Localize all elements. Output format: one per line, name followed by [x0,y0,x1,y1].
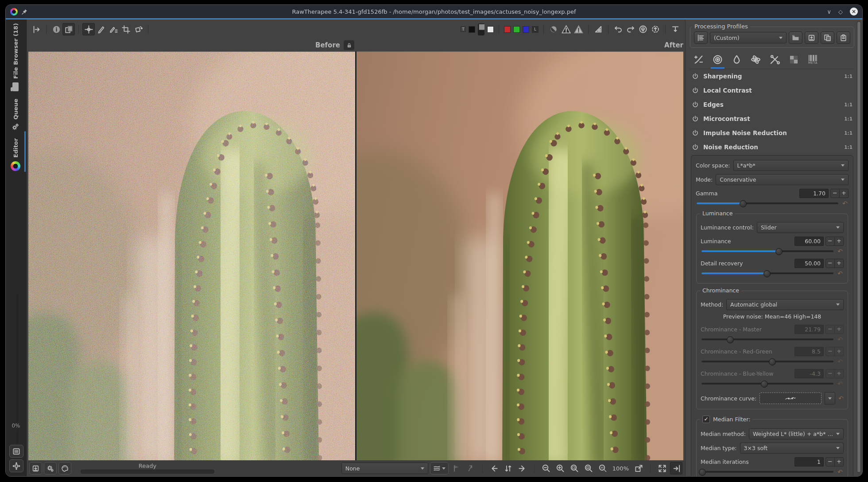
tool-header-local-contrast[interactable]: Local Contrast [690,83,854,97]
power-icon[interactable] [692,144,699,151]
tool-header-impulse-noise-reduction[interactable]: Impulse Noise Reduction 1:1 [690,126,854,140]
tool-header-microcontrast[interactable]: Microcontrast 1:1 [690,112,854,126]
panel-scrollbar[interactable] [857,21,861,473]
gamma-increment[interactable]: + [840,189,849,198]
blue-channel-button[interactable] [523,26,529,33]
color-space-dropdown[interactable]: L*a*b* [733,160,849,171]
tab-advanced[interactable] [749,53,763,69]
power-icon[interactable] [692,101,699,108]
navigation-panel-toggle[interactable] [9,459,23,472]
sidebar-tab-file-browser[interactable]: File Browser (18) [10,23,21,91]
after-image-pane[interactable] [356,51,683,460]
median-iterations-reset[interactable]: ↶ [837,469,843,475]
zoom-100-button[interactable] [597,462,609,474]
queue-processing-button[interactable] [44,462,57,474]
median-iterations-slider[interactable] [701,471,833,473]
fullscreen-button[interactable] [656,462,668,474]
power-icon[interactable] [692,73,699,80]
quick-info-button[interactable] [50,23,62,35]
detail-recovery-increment[interactable]: + [835,259,844,268]
luminance-increment[interactable]: + [835,237,844,246]
gamma-decrement[interactable]: − [830,189,840,198]
slider-knob[interactable] [699,469,706,476]
tab-exposure[interactable] [692,53,705,69]
black-background-button[interactable] [469,26,475,33]
background-toggle-switch[interactable] [478,23,484,35]
luminance-decrement[interactable]: − [825,237,835,246]
fine-rotate-tool-button[interactable] [107,23,120,35]
curve-type-dropdown[interactable] [825,392,835,404]
previous-image-button[interactable] [488,462,500,474]
snapshot-button[interactable] [649,23,662,35]
tool-header-sharpening[interactable]: Sharpening 1:1 [690,69,854,83]
gamma-reset-button[interactable]: ↶ [842,200,848,206]
before-after-view-button[interactable] [62,23,75,35]
mode-dropdown[interactable]: Conservative [716,174,849,185]
crop-tool-button[interactable] [120,23,132,35]
profile-dropdown[interactable]: (Custom) [710,32,787,43]
detail-recovery-reset-button[interactable]: ↶ [837,270,843,276]
false-color-button[interactable] [547,23,560,35]
highlight-clipping-button[interactable] [572,23,585,35]
histogram-panel-toggle[interactable] [9,445,23,458]
copy-profile-button[interactable] [821,31,834,44]
save-image-button[interactable] [29,462,42,474]
spot-wb-button[interactable] [637,23,649,35]
maximize-button[interactable]: ◇ [838,8,843,15]
tab-transform[interactable] [768,53,782,69]
zoom-fit-crop-button[interactable] [582,462,595,474]
undo-button[interactable] [612,23,624,35]
tab-detail[interactable] [711,53,725,69]
power-icon[interactable] [692,129,699,136]
median-iterations-decrement[interactable]: − [825,457,835,466]
median-filter-checkbox[interactable]: ✓ [702,416,710,423]
power-icon[interactable] [692,115,699,122]
close-button[interactable]: × [850,8,858,16]
toggle-right-panel-button[interactable] [670,462,682,474]
hand-tool-button[interactable] [30,23,43,35]
perspective-button[interactable] [592,23,604,35]
tool-header-noise-reduction[interactable]: Noise Reduction 1:1 [690,140,854,154]
save-profile-button[interactable] [805,31,818,44]
tab-raw[interactable] [787,53,801,69]
pin-icon[interactable] [21,8,28,15]
green-channel-button[interactable] [513,26,520,33]
preview-profile-dropdown[interactable]: None [341,463,428,474]
detail-recovery-value[interactable]: 50.00 [794,259,824,268]
before-image-pane[interactable] [28,51,355,460]
color-picker-button[interactable] [669,23,682,35]
slider-knob[interactable] [740,200,747,207]
paste-profile-button[interactable] [837,31,850,44]
chrominance-method-dropdown[interactable]: Automatic global [726,299,844,310]
detail-recovery-slider[interactable] [701,272,833,274]
minimize-button[interactable]: ∨ [827,8,831,15]
luminance-reset-button[interactable]: ↶ [837,248,843,254]
luminosity-channel-button[interactable]: L [532,26,539,33]
tab-metadata[interactable]: META [806,52,820,69]
profile-fill-mode-button[interactable] [694,31,708,44]
median-iterations-increment[interactable]: + [835,457,844,466]
luminance-value[interactable]: 60.00 [794,237,824,246]
theme-color-button[interactable]: T [461,27,466,32]
red-channel-button[interactable] [504,26,511,33]
detail-window-button[interactable] [632,462,645,474]
median-type-dropdown[interactable]: 3×3 soft [740,443,844,454]
chrominance-curve-button[interactable] [760,393,822,404]
luminance-slider[interactable] [701,250,833,252]
scrollbar-thumb[interactable] [857,22,860,472]
sort-order-button[interactable] [430,462,449,474]
before-lock-button[interactable] [344,40,354,50]
crosshair-tool-button[interactable] [82,23,95,35]
luminance-control-dropdown[interactable]: Slider [757,222,844,233]
power-icon[interactable] [692,87,699,94]
slider-knob[interactable] [763,270,771,277]
straighten-tool-button[interactable] [95,23,107,35]
median-iterations-value[interactable]: 1 [794,457,824,466]
sidebar-tab-queue[interactable]: Queue [10,99,21,130]
load-profile-button[interactable] [789,31,802,44]
redo-button[interactable] [624,23,637,35]
zoom-out-button[interactable] [540,462,552,474]
slider-knob[interactable] [775,248,783,255]
tab-color[interactable] [730,53,744,69]
gamma-slider[interactable] [697,202,838,204]
